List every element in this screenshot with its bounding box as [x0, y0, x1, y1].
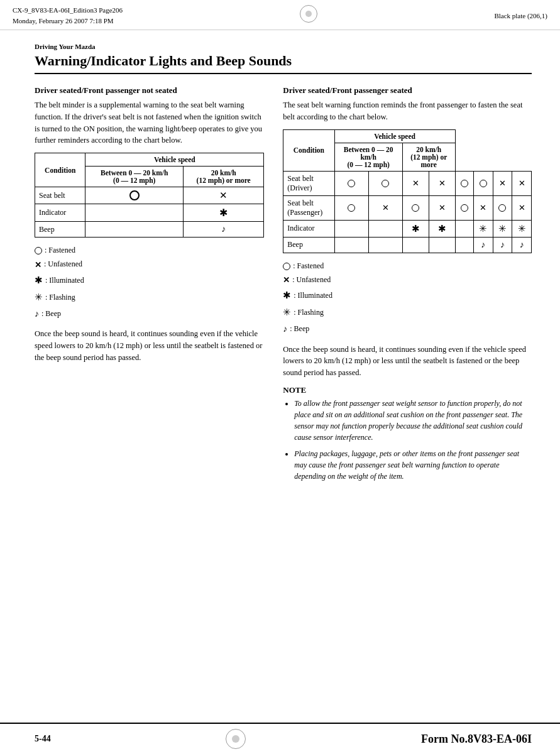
right-row2-label: Seat belt(Passenger)	[283, 195, 334, 220]
legend-unfastened-text: : Unfastened	[44, 258, 82, 271]
legend-item-illuminated: ✱ : Illuminated	[35, 272, 264, 289]
main-content: Driving Your Mazda Warning/Indicator Lig…	[0, 30, 560, 500]
right-r1c6	[474, 171, 493, 195]
right-r2c5	[455, 195, 473, 220]
left-table: Condition Vehicle speed Between 0 — 20 k…	[35, 153, 264, 238]
right-column: Driver seated/Front passenger seated The…	[283, 85, 532, 487]
table-row: Indicator ✱	[35, 204, 264, 222]
illum-icon: ✱	[35, 272, 43, 289]
right-once-text: Once the beep sound is heard, it continu…	[283, 344, 532, 379]
legend-item-unfastened: ✕ : Unfastened	[35, 258, 264, 272]
left-table-condition-header: Condition	[35, 153, 85, 187]
left-once-text: Once the beep sound is heard, it continu…	[35, 328, 264, 363]
header-line2: Monday, February 26 2007 7:18 PM	[13, 16, 123, 26]
flash-icon: ✳	[35, 289, 43, 306]
right-r2c8: ✕	[512, 195, 532, 220]
right-legend-illuminated-text: : Illuminated	[294, 289, 332, 303]
left-row2-c2: ✱	[184, 204, 264, 222]
legend-item-fastened: : Fastened	[35, 244, 264, 258]
table-row: Seat belt ✕	[35, 187, 264, 204]
form-number: Form No.8V83-EA-06I	[421, 733, 532, 746]
right-r3c3: ✱	[402, 220, 429, 237]
header-circle-icon	[300, 5, 317, 23]
right-table-speed-header1: Vehicle speed	[334, 129, 455, 143]
right-legend: : Fastened ✕ : Unfastened ✱ : Illuminate…	[283, 260, 532, 337]
left-table-col2-header: Between 0 — 20 km/h(0 — 12 mph)	[85, 167, 184, 187]
left-row1-label: Seat belt	[35, 187, 85, 204]
right-r4c8: ♪	[512, 237, 532, 253]
right-x-icon: ✕	[283, 273, 290, 287]
legend-item-beep: ♪ : Beep	[35, 306, 264, 322]
left-row2-c1	[85, 204, 184, 222]
right-r4c2	[368, 237, 402, 253]
left-column: Driver seated/Front passenger not seated…	[35, 85, 264, 487]
right-legend-fastened: : Fastened	[283, 260, 532, 273]
right-r2c4: ✕	[429, 195, 455, 220]
right-legend-flashing-text: : Flashing	[294, 306, 324, 320]
right-r2c6: ✕	[474, 195, 493, 220]
header: CX-9_8V83-EA-06I_Edition3 Page206 Monday…	[0, 0, 560, 30]
right-r3c4: ✱	[429, 220, 455, 237]
right-r4c7: ♪	[493, 237, 512, 253]
right-r3c1	[334, 220, 368, 237]
right-r3c7: ✳	[493, 220, 512, 237]
left-row1-c1	[85, 187, 184, 204]
right-r2c1	[334, 195, 368, 220]
right-r3c6: ✳	[474, 220, 493, 237]
right-r1c2	[368, 171, 402, 195]
left-row1-c2: ✕	[184, 187, 264, 204]
right-r1c4: ✕	[429, 171, 455, 195]
right-section-title: Driver seated/Front passenger seated	[283, 85, 532, 96]
table-row: Beep ♪ ♪ ♪	[283, 237, 532, 253]
right-r1c5	[455, 171, 473, 195]
right-r4c5	[455, 237, 473, 253]
left-row3-c1	[85, 222, 184, 238]
right-r4c4	[429, 237, 455, 253]
page-title: Warning/Indicator Lights and Beep Sounds	[35, 53, 532, 74]
header-left: CX-9_8V83-EA-06I_Edition3 Page206 Monday…	[13, 5, 123, 26]
left-row3-c2: ♪	[184, 222, 264, 238]
right-r3c2	[368, 220, 402, 237]
left-row3-label: Beep	[35, 222, 85, 238]
right-r1c1	[334, 171, 368, 195]
header-center	[123, 5, 494, 23]
footer-circle-icon	[226, 729, 246, 749]
left-legend: : Fastened ✕ : Unfastened ✱ : Illuminate…	[35, 244, 264, 322]
legend-illuminated-text: : Illuminated	[45, 274, 84, 288]
note-label: NOTE	[283, 385, 532, 395]
right-table-col3-header: 20 km/h(12 mph) ormore	[402, 143, 455, 171]
right-r4c1	[334, 237, 368, 253]
right-table: Condition Vehicle speed Between 0 — 20km…	[283, 129, 532, 253]
right-r4c6: ♪	[474, 237, 493, 253]
right-legend-flashing: ✳ : Flashing	[283, 304, 532, 321]
right-r2c2: ✕	[368, 195, 402, 220]
right-legend-fastened-text: : Fastened	[293, 260, 324, 273]
right-r3c8: ✳	[512, 220, 532, 237]
legend-fastened-text: : Fastened	[45, 244, 75, 258]
legend-beep-text: : Beep	[41, 307, 61, 321]
right-r1c3: ✕	[402, 171, 429, 195]
right-illum-icon: ✱	[283, 287, 291, 304]
left-row2-label: Indicator	[35, 204, 85, 222]
left-body-text: The belt minder is a supplemental warnin…	[35, 99, 264, 146]
two-column-layout: Driver seated/Front passenger not seated…	[35, 85, 532, 487]
footer: 5-44 Form No.8V83-EA-06I	[0, 723, 560, 754]
right-r3c5	[455, 220, 473, 237]
right-table-col2-header: Between 0 — 20km/h(0 — 12 mph)	[334, 143, 402, 171]
table-row: Indicator ✱ ✱ ✳ ✳ ✳	[283, 220, 532, 237]
right-r2c3	[402, 195, 429, 220]
note-item-1: To allow the front passenger seat weight…	[294, 398, 532, 443]
right-row4-label: Beep	[283, 237, 334, 253]
right-legend-beep-text: : Beep	[290, 322, 309, 336]
table-row: Seat belt(Driver) ✕ ✕ ✕ ✕	[283, 171, 532, 195]
legend-flashing-text: : Flashing	[45, 291, 75, 305]
x-icon: ✕	[35, 258, 41, 272]
table-row: Seat belt(Passenger) ✕ ✕ ✕ ✕	[283, 195, 532, 220]
right-row1-label: Seat belt(Driver)	[283, 171, 334, 195]
right-row3-label: Indicator	[283, 220, 334, 237]
left-section-title: Driver seated/Front passenger not seated	[35, 85, 264, 96]
right-legend-unfastened-text: : Unfastened	[292, 273, 331, 287]
right-flash-icon: ✳	[283, 304, 291, 321]
header-right: Black plate (206,1)	[494, 12, 547, 19]
left-table-col3-header: 20 km/h(12 mph) or more	[184, 167, 264, 187]
